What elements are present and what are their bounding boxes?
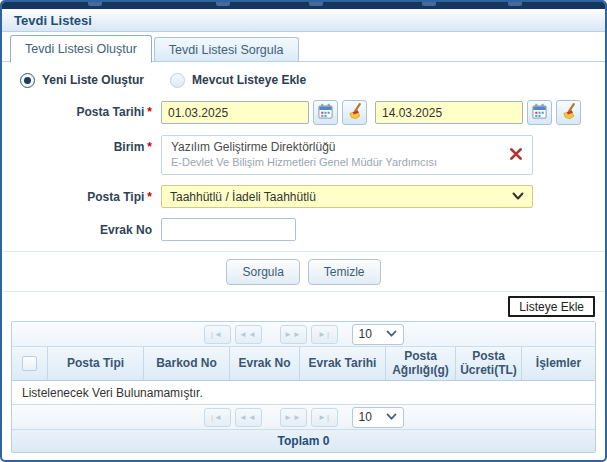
calendar-icon xyxy=(317,103,334,123)
top-strip-notch xyxy=(88,2,102,6)
clear-button-end[interactable] xyxy=(556,100,581,125)
page-size-select[interactable]: 10 xyxy=(352,407,404,428)
paginator-first-button[interactable]: |◄ xyxy=(204,408,231,427)
clear-button-start[interactable] xyxy=(342,100,367,125)
page-size-select[interactable]: 10 xyxy=(352,324,404,345)
calendar-icon xyxy=(531,103,548,123)
tevdi-listesi-window: Tevdi Listesi Tevdi Listesi Oluştur Tevd… xyxy=(0,0,607,462)
temizle-button[interactable]: Temizle xyxy=(308,259,381,285)
posta-tipi-select[interactable]: Taahhütlü / İadeli Taahhütlü xyxy=(161,185,533,208)
top-strip-notch xyxy=(508,2,522,6)
column-header-evrak-no: Evrak No xyxy=(230,347,300,380)
posta-tipi-label: Posta Tipi* xyxy=(2,185,152,204)
tab-tevdi-listesi-sorgula[interactable]: Tevdi Listesi Sorgula xyxy=(154,37,299,62)
radio-selected-icon xyxy=(20,73,35,88)
birim-value: Yazılım Geliştirme Direktörlüğü xyxy=(171,140,502,154)
required-marker: * xyxy=(147,105,152,119)
paginator-bottom: |◄ ◄◄ ►► ►| 10 xyxy=(12,405,595,430)
top-strip-notch xyxy=(216,2,230,6)
radio-mevcut-listeye-ekle[interactable]: Mevcut Listeye Ekle xyxy=(170,73,306,88)
paginator-next-button[interactable]: ►► xyxy=(280,408,307,427)
birim-field[interactable]: Yazılım Geliştirme Direktörlüğü E-Devlet… xyxy=(161,135,533,175)
top-strip-notch xyxy=(422,2,436,6)
radio-unselected-icon xyxy=(170,73,185,88)
tab-label: Tevdi Listesi Oluştur xyxy=(25,42,137,56)
column-header-evrak-tarihi: Evrak Tarihi xyxy=(300,347,386,380)
form-panel: Yeni Liste Oluştur Mevcut Listeye Ekle P… xyxy=(2,62,605,453)
titlebar: Tevdi Listesi xyxy=(2,9,605,32)
empty-message: Listelenecek Veri Bulunamamıştır. xyxy=(22,386,203,400)
posta-tarihi-start-input[interactable] xyxy=(161,101,309,124)
list-mode-radios: Yeni Liste Oluştur Mevcut Listeye Ekle xyxy=(20,72,605,88)
select-all-cell xyxy=(12,347,48,380)
remove-birim-button[interactable] xyxy=(509,148,523,162)
empty-message-row: Listelenecek Veri Bulunamamıştır. xyxy=(12,381,595,405)
column-header-posta-tipi: Posta Tipi xyxy=(48,347,144,380)
page-title: Tevdi Listesi xyxy=(14,13,92,28)
paginator-top: |◄ ◄◄ ►► ►| 10 xyxy=(12,322,595,347)
paginator-last-button[interactable]: ►| xyxy=(311,325,338,344)
radio-yeni-liste-olustur[interactable]: Yeni Liste Oluştur xyxy=(20,73,144,88)
radio-label: Yeni Liste Oluştur xyxy=(42,73,144,87)
posta-tipi-row: Posta Tipi* Taahhütlü / İadeli Taahhütlü xyxy=(2,185,605,208)
required-marker: * xyxy=(147,140,152,154)
posta-tarihi-end-input[interactable] xyxy=(375,101,523,124)
broom-icon xyxy=(560,103,577,123)
required-marker: * xyxy=(147,190,152,204)
sorgula-button[interactable]: Sorgula xyxy=(226,259,299,285)
evrak-no-label: Evrak No xyxy=(2,218,152,237)
posta-tarihi-row: Posta Tarihi* xyxy=(2,100,605,125)
paginator-prev-button[interactable]: ◄◄ xyxy=(235,325,262,344)
top-strip-notch xyxy=(309,2,323,6)
chevron-down-icon xyxy=(386,410,397,424)
chevron-down-icon xyxy=(386,327,397,341)
total-count: Toplam 0 xyxy=(278,434,330,448)
paginator-prev-button[interactable]: ◄◄ xyxy=(235,408,262,427)
calendar-button-end[interactable] xyxy=(527,100,552,125)
radio-label: Mevcut Listeye Ekle xyxy=(192,73,306,87)
broom-icon xyxy=(346,103,363,123)
posta-tarihi-label: Posta Tarihi* xyxy=(2,100,152,119)
top-strip xyxy=(2,2,605,9)
remove-icon xyxy=(509,147,523,164)
page-size-value: 10 xyxy=(359,327,372,341)
results-table: |◄ ◄◄ ►► ►| 10 Posta Tip xyxy=(11,321,596,453)
listeye-ekle-row: Listeye Ekle xyxy=(2,292,605,319)
chevron-down-icon xyxy=(512,190,524,204)
birim-label: Birim* xyxy=(2,135,152,154)
column-header-barkod-no: Barkod No xyxy=(144,347,230,380)
paginator-next-button[interactable]: ►► xyxy=(280,325,307,344)
table-header-row: Posta Tipi Barkod No Evrak No Evrak Tari… xyxy=(12,347,595,381)
column-header-islemler: İşlemler xyxy=(522,347,595,380)
tab-tevdi-listesi-olustur[interactable]: Tevdi Listesi Oluştur xyxy=(10,35,152,63)
birim-row: Birim* Yazılım Geliştirme Direktörlüğü E… xyxy=(2,135,605,175)
calendar-button-start[interactable] xyxy=(313,100,338,125)
action-buttons: Sorgula Temizle xyxy=(2,252,605,291)
evrak-no-input[interactable] xyxy=(161,218,296,241)
posta-tipi-selected-value: Taahhütlü / İadeli Taahhütlü xyxy=(170,190,316,204)
select-all-checkbox[interactable] xyxy=(22,356,37,371)
paginator-first-button[interactable]: |◄ xyxy=(204,325,231,344)
paginator-last-button[interactable]: ►| xyxy=(311,408,338,427)
tabbar: Tevdi Listesi Oluştur Tevdi Listesi Sorg… xyxy=(2,32,605,62)
evrak-no-row: Evrak No xyxy=(2,218,605,241)
page-size-value: 10 xyxy=(359,410,372,424)
listeye-ekle-button[interactable]: Listeye Ekle xyxy=(508,296,595,317)
tab-label: Tevdi Listesi Sorgula xyxy=(169,43,284,57)
column-header-posta-agirligi: Posta Ağırlığı(g) xyxy=(386,347,456,380)
column-header-posta-ucreti: Posta Ücreti(TL) xyxy=(456,347,522,380)
birim-detail: E-Devlet Ve Bilişim Hizmetleri Genel Müd… xyxy=(171,156,502,168)
table-footer: Toplam 0 xyxy=(12,430,595,452)
